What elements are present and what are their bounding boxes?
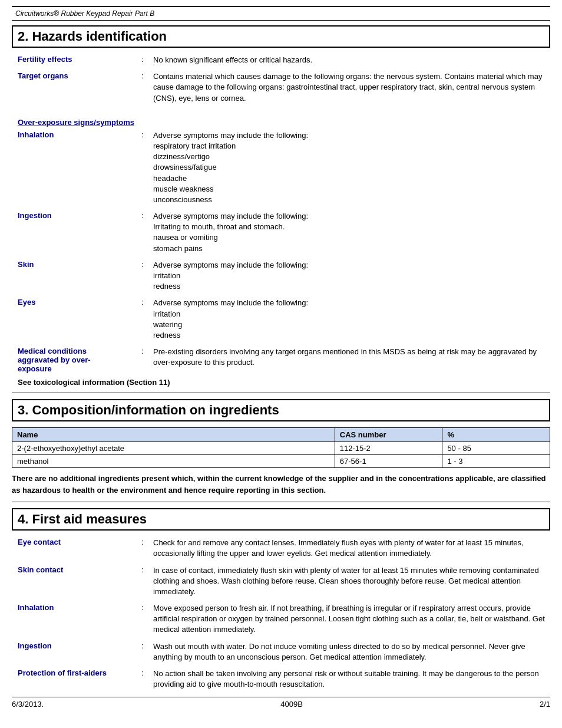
skin-value: Adverse symptoms may include the followi… xyxy=(153,260,550,292)
document-header: Circuitworks® Rubber Keypad Repair Part … xyxy=(12,6,550,21)
ingestion-label-s2: Ingestion xyxy=(12,211,141,254)
ingestion-value-s2: Adverse symptoms may include the followi… xyxy=(153,211,550,254)
section2-title: 2. Hazards identification xyxy=(12,25,550,48)
protection-row: Protection of first-aiders : No action s… xyxy=(12,667,550,691)
fertility-effects-label: Fertility effects xyxy=(12,55,141,65)
skin-row: Skin : Adverse symptoms may include the … xyxy=(12,259,550,294)
eyes-label: Eyes xyxy=(12,298,141,341)
protection-label: Protection of first-aiders xyxy=(12,668,141,690)
no-additional-text: There are no additional ingredients pres… xyxy=(12,473,550,496)
ingredient-pct: 1 - 3 xyxy=(442,455,550,468)
target-organs-label: Target organs xyxy=(12,71,141,104)
divider-1 xyxy=(12,393,550,393)
section4-title: 4. First aid measures xyxy=(12,508,550,531)
ingestion-s4-value: Wash out mouth with water. Do not induce… xyxy=(153,641,550,663)
target-organs-row: Target organs : Contains material which … xyxy=(12,70,550,105)
inhalation-s4-label: Inhalation xyxy=(12,603,141,635)
inhalation-label: Inhalation xyxy=(12,130,141,205)
target-organs-value: Contains material which causes damage to… xyxy=(153,71,550,104)
inhalation-s4-row: Inhalation : Move exposed person to fres… xyxy=(12,602,550,637)
ingestion-s4-label: Ingestion xyxy=(12,641,141,663)
table-row: methanol 67-56-1 1 - 3 xyxy=(12,455,550,468)
col-cas-header: CAS number xyxy=(335,428,442,442)
col-pct-header: % xyxy=(442,428,550,442)
skin-contact-label: Skin contact xyxy=(12,565,141,598)
ingredient-name: 2-(2-ethoxyethoxy)ethyl acetate xyxy=(12,442,335,455)
footer-page: 2/1 xyxy=(540,700,550,709)
composition-table: Name CAS number % 2-(2-ethoxyethoxy)ethy… xyxy=(12,427,550,468)
medical-conditions-row: Medical conditionsaggravated by over-exp… xyxy=(12,345,550,374)
section3-title: 3. Composition/information on ingredient… xyxy=(12,399,550,421)
skin-contact-row: Skin contact : In case of contact, immed… xyxy=(12,564,550,599)
eyes-row: Eyes : Adverse symptoms may include the … xyxy=(12,297,550,342)
footer-doc-number: 4009B xyxy=(280,700,303,709)
ingredient-cas: 67-56-1 xyxy=(335,455,442,468)
medical-conditions-label: Medical conditionsaggravated by over-exp… xyxy=(12,347,141,373)
footer: 6/3/2013. 4009B 2/1 xyxy=(12,697,550,709)
ingredient-pct: 50 - 85 xyxy=(442,442,550,455)
eye-contact-value: Check for and remove any contact lenses.… xyxy=(153,538,550,559)
fertility-effects-colon: : xyxy=(141,55,153,65)
eye-contact-row: Eye contact : Check for and remove any c… xyxy=(12,536,550,560)
see-tox: See toxicological information (Section 1… xyxy=(12,378,550,387)
ingestion-row-s2: Ingestion : Adverse symptoms may include… xyxy=(12,210,550,255)
medical-conditions-value: Pre-existing disorders involving any tar… xyxy=(153,347,550,373)
fertility-effects-row: Fertility effects : No known significant… xyxy=(12,54,550,67)
ingredient-name: methanol xyxy=(12,455,335,468)
inhalation-s4-value: Move exposed person to fresh air. If not… xyxy=(153,603,550,635)
target-organs-colon: : xyxy=(141,71,153,104)
eyes-value: Adverse symptoms may include the followi… xyxy=(153,298,550,341)
ingestion-s4-row: Ingestion : Wash out mouth with water. D… xyxy=(12,640,550,664)
skin-contact-value: In case of contact, immediately flush sk… xyxy=(153,565,550,598)
col-name-header: Name xyxy=(12,428,335,442)
overexposure-subtitle: Over-exposure signs/symptoms xyxy=(12,118,550,127)
table-row: 2-(2-ethoxyethoxy)ethyl acetate 112-15-2… xyxy=(12,442,550,455)
divider-2 xyxy=(12,502,550,502)
document-title: Circuitworks® Rubber Keypad Repair Part … xyxy=(15,9,154,18)
eye-contact-label: Eye contact xyxy=(12,538,141,559)
ingredient-cas: 112-15-2 xyxy=(335,442,442,455)
inhalation-row: Inhalation : Adverse symptoms may includ… xyxy=(12,129,550,206)
footer-date: 6/3/2013. xyxy=(12,700,44,709)
inhalation-value: Adverse symptoms may include the followi… xyxy=(153,130,550,205)
skin-label: Skin xyxy=(12,260,141,292)
fertility-effects-value: No known significant effects or critical… xyxy=(153,55,550,65)
protection-value: No action shall be taken involving any p… xyxy=(153,668,550,690)
